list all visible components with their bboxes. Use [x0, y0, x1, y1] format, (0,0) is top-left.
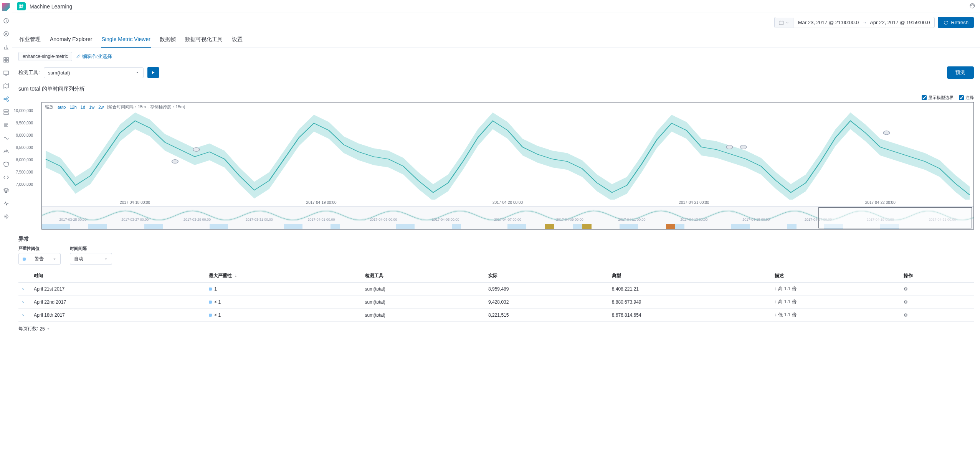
space-badge[interactable]: 默: [17, 2, 26, 10]
cell-actions: ⚙: [900, 296, 974, 309]
col-header[interactable]: 检测工具: [361, 269, 485, 283]
svg-point-7: [4, 98, 5, 100]
svg-point-16: [193, 147, 200, 151]
zoom-auto[interactable]: auto: [58, 105, 66, 109]
chart-frame: 缩放: auto 12h 1d 1w 2w (聚合时间间隔：15m，存储桶跨度：…: [41, 102, 974, 230]
kibana-logo[interactable]: [2, 3, 10, 11]
detector-row: 检测工具: sum(total) 预测: [12, 65, 980, 83]
gear-icon[interactable]: ⚙: [904, 299, 908, 305]
zoom-12h[interactable]: 12h: [69, 105, 76, 109]
cell-time: April 22nd 2017: [30, 296, 205, 309]
breadcrumb: Machine Learning: [30, 3, 72, 10]
date-to: Apr 22, 2017 @ 19:59:00.0: [870, 20, 930, 25]
pager[interactable]: 每页行数: 25: [18, 322, 974, 336]
svg-rect-10: [4, 110, 8, 111]
cell-typical: 8,880,673.949: [608, 296, 771, 309]
svg-rect-14: [779, 21, 783, 25]
cell-actual: 8,959,489: [484, 283, 608, 296]
col-header[interactable]: 典型: [608, 269, 771, 283]
cell-time: April 21st 2017: [30, 283, 205, 296]
svg-point-9: [7, 100, 8, 101]
check-bounds[interactable]: 显示模型边界: [922, 95, 954, 101]
dashboard-icon[interactable]: [3, 57, 9, 63]
tab-settings[interactable]: 设置: [231, 32, 243, 48]
news-icon[interactable]: [969, 3, 975, 10]
detector-label: 检测工具:: [18, 69, 40, 76]
tab-single-metric-viewer[interactable]: Single Metric Viewer: [101, 32, 151, 48]
svg-rect-6: [4, 71, 8, 74]
canvas-icon[interactable]: [3, 70, 9, 76]
cell-time: April 18th 2017: [30, 309, 205, 322]
check-annotations[interactable]: 注释: [959, 95, 974, 101]
detector-select[interactable]: sum(total): [44, 67, 144, 78]
ml-icon[interactable]: [3, 96, 9, 102]
col-header[interactable]: 描述: [771, 269, 900, 283]
dev-icon[interactable]: [3, 174, 9, 180]
col-header[interactable]: 操作: [900, 269, 974, 283]
calendar-icon[interactable]: [775, 18, 793, 28]
tab-jobs[interactable]: 作业管理: [18, 32, 41, 48]
zoom-1d[interactable]: 1d: [81, 105, 85, 109]
date-from: Mar 23, 2017 @ 21:00:00.0: [798, 20, 859, 25]
logs-icon[interactable]: [3, 122, 9, 128]
monitor-icon[interactable]: [3, 200, 9, 207]
analysis-title: sum total 的单时间序列分析: [12, 83, 980, 95]
table-row: ›April 22nd 2017< 1sum(total)9,428,0328,…: [18, 296, 974, 309]
svg-rect-3: [7, 58, 8, 59]
col-header[interactable]: 最大严重性 ↓: [205, 269, 361, 283]
arrow-right-icon: →: [862, 20, 867, 25]
cell-detector: sum(total): [361, 309, 485, 322]
apm-icon[interactable]: [3, 135, 9, 141]
svg-point-12: [5, 216, 7, 217]
table-row: ›April 18th 2017< 1sum(total)8,221,5158,…: [18, 309, 974, 322]
anomalies-section: 异常 严重性阈值 警告 时间间隔 自动: [12, 230, 980, 342]
expand-icon[interactable]: ›: [22, 299, 24, 305]
overview-chart[interactable]: 2017-03-25 00:002017-03-27 00:002017-03-…: [42, 206, 973, 229]
col-header[interactable]: 实际: [484, 269, 608, 283]
chart-options: 显示模型边界 注释: [12, 95, 980, 102]
recent-icon[interactable]: [3, 18, 9, 24]
main-chart[interactable]: 2017-04-18 00:002017-04-19 00:002017-04-…: [42, 111, 973, 206]
tab-anomaly-explorer[interactable]: Anomaly Explorer: [49, 32, 93, 48]
job-selection-row: enhance-single-metric 编辑作业选择: [12, 48, 980, 65]
visualize-icon[interactable]: [3, 44, 9, 50]
cell-typical: 8,676,814.654: [608, 309, 771, 322]
tab-dataframe[interactable]: 数据帧: [159, 32, 177, 48]
svg-point-8: [7, 97, 8, 98]
management-icon[interactable]: [3, 213, 9, 220]
cell-detector: sum(total): [361, 283, 485, 296]
infra-icon[interactable]: [3, 109, 9, 115]
interval-select[interactable]: 自动: [70, 253, 112, 265]
uptime-icon[interactable]: [3, 148, 9, 154]
svg-point-18: [740, 145, 747, 149]
svg-point-15: [172, 160, 178, 164]
gear-icon[interactable]: ⚙: [904, 312, 908, 318]
cell-actions: ⚙: [900, 309, 974, 322]
forecast-button[interactable]: 预测: [947, 66, 974, 79]
zoom-1w[interactable]: 1w: [89, 105, 94, 109]
overview-brush[interactable]: [818, 207, 972, 228]
cell-severity: < 1: [205, 296, 361, 309]
job-chip[interactable]: enhance-single-metric: [18, 52, 72, 61]
siem-icon[interactable]: [3, 161, 9, 167]
date-picker[interactable]: Mar 23, 2017 @ 21:00:00.0 → Apr 22, 2017…: [774, 17, 935, 28]
edit-job-link[interactable]: 编辑作业选择: [76, 53, 112, 60]
side-nav: [0, 0, 12, 466]
discover-icon[interactable]: [3, 31, 9, 37]
tab-data-visualizer[interactable]: 数据可视化工具: [184, 32, 223, 48]
col-header[interactable]: 时间: [30, 269, 205, 283]
play-button[interactable]: [147, 67, 159, 78]
expand-icon[interactable]: ›: [22, 312, 24, 318]
zoom-2w[interactable]: 2w: [98, 105, 104, 109]
gear-icon[interactable]: ⚙: [904, 286, 908, 292]
svg-rect-4: [4, 60, 6, 62]
cell-severity: 1: [205, 283, 361, 296]
cell-actions: ⚙: [900, 283, 974, 296]
refresh-button[interactable]: Refresh: [938, 17, 974, 28]
cell-typical: 8,408,221.21: [608, 283, 771, 296]
maps-icon[interactable]: [3, 83, 9, 89]
expand-icon[interactable]: ›: [22, 286, 24, 292]
severity-select[interactable]: 警告: [18, 253, 61, 265]
cell-detector: sum(total): [361, 296, 485, 309]
stack-icon[interactable]: [3, 187, 9, 193]
